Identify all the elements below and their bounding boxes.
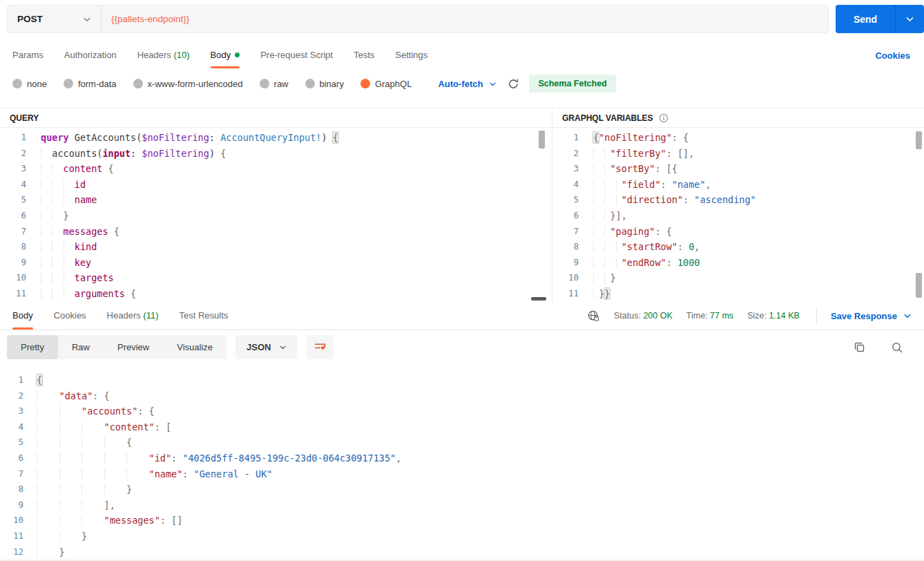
method-selector[interactable]: POST (8, 6, 102, 32)
tab-pre-request-script[interactable]: Pre-request Script (260, 43, 333, 68)
mode-label: x-www-form-urlencoded (148, 79, 243, 89)
chevron-down-icon (905, 15, 914, 23)
line-content: "startRow": 0, (587, 239, 700, 255)
code-line: 3 content { (0, 161, 552, 177)
view-tab-pretty[interactable]: Pretty (7, 335, 58, 359)
query-panel-header: QUERY (0, 108, 552, 128)
line-number: 6 (0, 208, 35, 224)
tab-label: Authorization (64, 50, 117, 60)
copy-button[interactable] (854, 341, 866, 354)
view-tab-raw[interactable]: Raw (58, 335, 104, 359)
code-line: 6 "id": "4026d5ff-8495-199c-23d0-064c309… (0, 450, 924, 466)
line-number: 7 (0, 224, 35, 240)
view-tab-visualize[interactable]: Visualize (163, 335, 227, 359)
view-tab-preview[interactable]: Preview (104, 335, 163, 359)
wrap-lines-button[interactable] (307, 335, 334, 359)
info-icon (659, 113, 668, 123)
response-tabs: BodyCookiesHeaders (11)Test Results (12, 303, 249, 330)
search-button[interactable] (891, 341, 903, 354)
tab-authorization[interactable]: Authorization (64, 43, 117, 68)
variables-editor[interactable]: 1{"noFiltering": {2 "filterBy": [],3 "so… (552, 128, 924, 302)
response-tab-headers[interactable]: Headers (11) (107, 303, 159, 330)
line-number: 4 (552, 177, 587, 193)
line-number: 4 (0, 177, 35, 193)
code-line: 8 } (0, 482, 924, 497)
line-number: 1 (0, 130, 35, 146)
vertical-scrollbar-thumb[interactable] (916, 131, 922, 149)
line-number: 1 (552, 130, 587, 146)
line-content: content { (35, 161, 114, 177)
url-text: {{pallets-endpoint}} (111, 14, 189, 24)
line-content: { (30, 435, 132, 450)
save-response-button[interactable]: Save Response (831, 311, 912, 321)
line-content: query GetAccounts($noFiltering: AccountQ… (35, 130, 338, 146)
tab-params[interactable]: Params (12, 43, 44, 68)
line-content: } (30, 544, 65, 560)
network-globe-icon[interactable] (587, 310, 600, 323)
line-content: }} (587, 286, 610, 302)
line-content: } (35, 208, 69, 224)
search-icon (891, 341, 903, 354)
tab-headers[interactable]: Headers (10) (137, 43, 190, 68)
line-number: 9 (0, 497, 30, 513)
wrap-lines-icon (314, 341, 326, 353)
response-tab-body[interactable]: Body (12, 303, 33, 330)
vertical-scrollbar-thumb[interactable] (916, 273, 922, 298)
code-line: 10 targets (0, 270, 552, 286)
line-content: messages { (35, 224, 119, 240)
line-number: 8 (0, 239, 35, 255)
url-input[interactable]: {{pallets-endpoint}} (102, 6, 828, 32)
save-response-label: Save Response (831, 311, 897, 321)
body-mode-none[interactable]: none (12, 79, 47, 89)
line-content: "accounts": { (30, 403, 155, 419)
body-mode-binary[interactable]: binary (305, 79, 344, 89)
tab-count-badge: (11) (141, 310, 159, 321)
line-content: "sortBy": [{ (587, 161, 677, 177)
line-content: kind (35, 239, 97, 255)
body-mode-graphql[interactable]: GraphQL (360, 79, 412, 89)
line-number: 11 (552, 286, 587, 302)
chevron-down-icon (279, 343, 287, 351)
radio-icon (305, 79, 315, 88)
vertical-scrollbar-thumb[interactable] (539, 131, 545, 149)
response-editor[interactable]: 1{2 "data": {3 "accounts": {4 "content":… (0, 364, 924, 561)
line-number: 9 (0, 255, 35, 271)
code-line: 6 }], (552, 208, 924, 224)
mode-label: form-data (78, 79, 117, 89)
body-mode-raw[interactable]: raw (260, 79, 289, 89)
code-line: 9 key (0, 255, 552, 271)
body-mode-x-www-form-urlencoded[interactable]: x-www-form-urlencoded (133, 79, 243, 89)
body-mode-options: noneform-datax-www-form-urlencodedrawbin… (12, 79, 428, 89)
send-options-button[interactable] (895, 5, 924, 33)
refresh-schema-button[interactable] (508, 78, 519, 90)
line-number: 2 (552, 146, 587, 162)
tab-tests[interactable]: Tests (354, 43, 374, 68)
auto-fetch-dropdown[interactable]: Auto-fetch (438, 79, 497, 89)
line-number: 12 (0, 544, 30, 560)
body-mode-form-data[interactable]: form-data (64, 79, 117, 89)
code-line: 2 "data": { (0, 388, 924, 404)
body-mode-row: noneform-datax-www-form-urlencodedrawbin… (0, 69, 924, 98)
variables-panel-title: GRAPHQL VARIABLES (562, 113, 653, 123)
code-line: 5 name (0, 192, 552, 208)
response-header: BodyCookiesHeaders (11)Test Results Stat… (0, 302, 924, 330)
query-editor[interactable]: 1query GetAccounts($noFiltering: Account… (0, 128, 552, 302)
line-content: "id": "4026d5ff-8495-199c-23d0-064c30917… (30, 450, 401, 466)
time-stat: Time: 77 ms (686, 311, 733, 321)
horizontal-scrollbar-thumb[interactable] (531, 297, 546, 301)
tab-body[interactable]: Body (211, 43, 240, 68)
cookies-link[interactable]: Cookies (875, 50, 910, 61)
line-number: 10 (0, 270, 35, 286)
language-selector[interactable]: JSON (235, 335, 298, 359)
line-content: {"noFiltering": { (587, 130, 689, 146)
line-number: 5 (0, 192, 35, 208)
tab-label: Params (12, 50, 44, 60)
copy-icon (854, 341, 866, 354)
line-number: 9 (552, 255, 587, 271)
request-url-bar: POST {{pallets-endpoint}} Send (7, 5, 924, 33)
tab-settings[interactable]: Settings (395, 43, 427, 68)
send-button[interactable]: Send (836, 5, 895, 33)
response-tab-cookies[interactable]: Cookies (54, 303, 86, 330)
response-tab-test-results[interactable]: Test Results (180, 303, 229, 330)
request-tabs: ParamsAuthorizationHeaders (10)BodyPre-r… (12, 43, 448, 68)
